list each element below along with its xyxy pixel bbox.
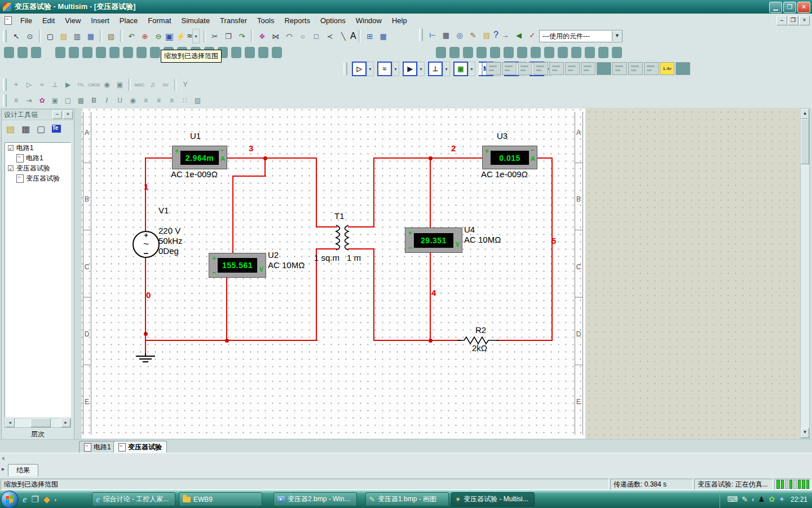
media-quicklaunch-icon[interactable]: ◆: [43, 494, 50, 505]
panel-close-icon[interactable]: ×: [63, 111, 73, 119]
open-project-icon[interactable]: ▤: [480, 29, 493, 41]
inuse-pointer-icon[interactable]: ↖: [10, 30, 23, 42]
wire[interactable]: [374, 340, 461, 341]
erc-check-icon[interactable]: ✓: [526, 29, 539, 41]
chevron-right-icon[interactable]: ›: [55, 496, 57, 503]
blue-tray-icon[interactable]: ✦: [779, 495, 785, 503]
checkbox-icon[interactable]: ☑: [7, 164, 14, 173]
save-design-icon[interactable]: ▦: [21, 124, 30, 134]
text-icon[interactable]: A: [350, 31, 356, 41]
menu-insert[interactable]: Insert: [86, 15, 114, 26]
keyboard-tray-icon[interactable]: ⌨: [727, 495, 738, 503]
ammeter-U3[interactable]: + − A 0.015: [482, 146, 537, 169]
menu-simulate[interactable]: Simulate: [176, 15, 215, 26]
minimize-button[interactable]: ▁: [769, 2, 782, 13]
wire[interactable]: [226, 157, 317, 159]
panel-minimize-icon[interactable]: –: [52, 111, 62, 119]
polyline-icon[interactable]: ≺: [324, 30, 336, 42]
four-channel-oscilloscope-icon[interactable]: [549, 62, 564, 75]
in-use-list-combobox[interactable]: ---使用的元件--- ▼: [539, 30, 623, 42]
taskbar-button-paint[interactable]: ✎ 变压器1.bmp - 画图: [365, 492, 449, 506]
taskbar-button-image2[interactable]: 变压器2.bmp - Win...: [273, 492, 357, 506]
undo-icon[interactable]: ↶: [125, 30, 138, 42]
scroll-down-icon[interactable]: ▼: [801, 428, 809, 438]
oscilloscope-icon[interactable]: [533, 62, 548, 75]
tab-circuit1[interactable]: 电路1: [79, 441, 116, 453]
chevron-left-icon[interactable]: ‹: [752, 495, 754, 503]
copy-icon[interactable]: ❐: [222, 30, 235, 42]
wire[interactable]: [233, 176, 266, 177]
magnifier-icon[interactable]: ⊙: [24, 30, 36, 42]
wire[interactable]: [226, 277, 227, 341]
scroll-right-icon[interactable]: ▸: [61, 418, 70, 427]
menu-file[interactable]: File: [15, 15, 37, 26]
export-icon[interactable]: →: [499, 29, 511, 41]
measurement-probe-icon[interactable]: [676, 62, 690, 75]
wire[interactable]: [145, 256, 146, 355]
mdi-minimize-button[interactable]: –: [776, 16, 787, 25]
logic-analyzer-icon[interactable]: [612, 62, 627, 75]
maximize-button[interactable]: ❐: [783, 2, 796, 13]
function-generator-icon[interactable]: [502, 62, 517, 75]
expand-results-icon[interactable]: ▸: [2, 466, 5, 472]
menu-options[interactable]: Options: [315, 15, 351, 26]
basic-dropdown-icon[interactable]: ▾: [392, 62, 399, 76]
taskbar-button-ewb9[interactable]: EWB9: [179, 492, 262, 506]
basic-components-button[interactable]: ≈: [377, 62, 392, 76]
menu-format[interactable]: Format: [143, 15, 176, 26]
new-hierarchy-icon[interactable]: ⊞: [364, 30, 376, 42]
wire[interactable]: [264, 157, 266, 177]
multimeter-icon[interactable]: [486, 62, 501, 75]
menu-window[interactable]: Window: [351, 15, 387, 26]
results-tab[interactable]: 结果: [8, 464, 38, 476]
ammeter-U1[interactable]: + − A 2.964m: [172, 146, 227, 169]
run-simulation-icon[interactable]: ⚡: [174, 30, 187, 42]
mdi-restore-button[interactable]: ❐: [788, 16, 798, 25]
word-generator-icon[interactable]: [597, 62, 611, 75]
paste-icon[interactable]: ▧: [105, 30, 117, 42]
wire[interactable]: [430, 157, 431, 230]
zoom-out-icon[interactable]: ⊖: [152, 30, 165, 42]
digital-dropdown-icon[interactable]: ▾: [468, 62, 475, 76]
new-file-icon[interactable]: ▢: [44, 30, 56, 42]
arc-icon[interactable]: ◠: [283, 30, 295, 42]
agilent-multimeter-icon[interactable]: 1.4v: [660, 62, 674, 75]
transistor-components-button[interactable]: ⊥: [428, 62, 443, 76]
pen-tray-icon[interactable]: ✎: [742, 495, 748, 503]
wire[interactable]: [145, 340, 317, 341]
voltmeter-U2[interactable]: + − V 155.561: [209, 253, 266, 278]
iv-analyzer-icon[interactable]: [644, 62, 659, 75]
wire[interactable]: [145, 157, 146, 232]
database-icon[interactable]: ◎: [453, 29, 466, 41]
close-button[interactable]: ✕: [797, 2, 810, 13]
rectangle-icon[interactable]: □: [310, 30, 323, 42]
bode-plotter-icon[interactable]: [565, 62, 580, 75]
scroll-up-icon[interactable]: ▲: [801, 109, 809, 119]
analog-components-button[interactable]: ▷: [352, 62, 367, 76]
diode-components-button[interactable]: ▶: [403, 62, 417, 76]
combo-dropdown-icon[interactable]: ▼: [612, 31, 622, 41]
qq-tray-icon[interactable]: ♟: [758, 495, 765, 503]
vertical-scrollbar[interactable]: ▲ ▼: [800, 108, 810, 439]
graph-ruler-icon[interactable]: ✎: [467, 29, 479, 41]
transformer-T1[interactable]: [330, 224, 354, 251]
taskbar-button-forum[interactable]: e 综合讨论 - 工控人家...: [92, 492, 175, 506]
digital-components-button[interactable]: ▣: [453, 62, 468, 76]
menu-edit[interactable]: Edit: [37, 15, 60, 26]
diode-dropdown-icon[interactable]: ▾: [417, 62, 425, 76]
palette-icon[interactable]: ❖: [256, 30, 268, 42]
ellipse-icon[interactable]: ○: [297, 30, 309, 42]
menu-transfer[interactable]: Transfer: [215, 15, 252, 26]
ground-symbol[interactable]: [135, 353, 156, 364]
logic-converter-icon[interactable]: [628, 62, 643, 75]
wire[interactable]: [536, 157, 553, 159]
voltmeter-U4[interactable]: + − V 29.351: [405, 227, 462, 253]
menu-place[interactable]: Place: [114, 15, 143, 26]
analog-dropdown-icon[interactable]: ▾: [367, 62, 374, 76]
scroll-thumb[interactable]: [801, 119, 809, 164]
cut-icon[interactable]: ✂: [209, 30, 221, 42]
line-icon[interactable]: ╲: [337, 30, 350, 42]
wire[interactable]: [316, 157, 317, 227]
taskbar-button-multisim[interactable]: ✶ 变压器试验 - Multisi...: [451, 492, 535, 506]
scroll-left-icon[interactable]: ◂: [5, 418, 15, 427]
